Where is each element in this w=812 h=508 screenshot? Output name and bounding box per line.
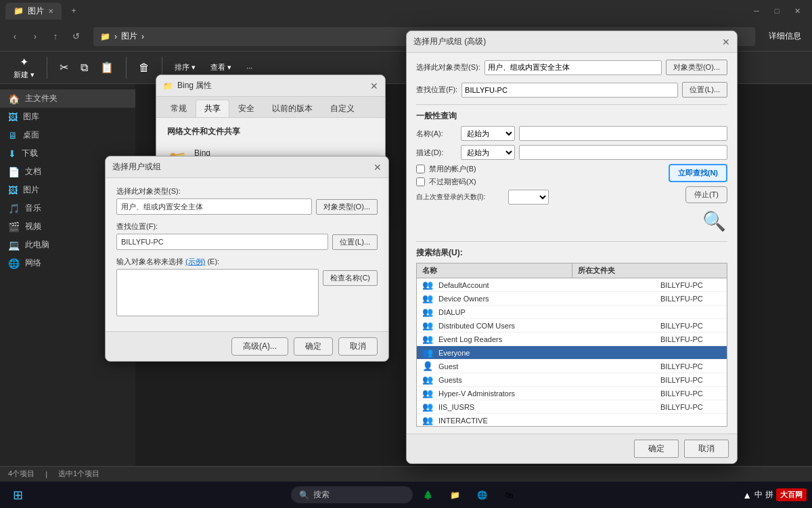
forward-btn[interactable]: › <box>26 27 45 46</box>
refresh-btn[interactable]: ↺ <box>66 27 85 46</box>
adv-results-label: 搜索结果(U): <box>416 247 727 259</box>
result-eventlogreaders[interactable]: 👥 Event Log Readers BILLYFU-PC <box>417 333 727 346</box>
check-name-btn[interactable]: 检查名称(C) <box>323 270 378 286</box>
select-user-cancel-btn[interactable]: 取消 <box>338 337 378 356</box>
select-user-titlebar[interactable]: 选择用户或组 ✕ <box>106 156 388 178</box>
back-btn[interactable]: ‹ <box>5 27 24 46</box>
taskbar-search[interactable]: 🔍 搜索 <box>291 486 413 503</box>
taskbar-store-btn[interactable]: 🛍 <box>497 483 521 507</box>
advanced-close[interactable]: ✕ <box>722 37 730 47</box>
minimize-btn[interactable]: ─ <box>747 1 766 20</box>
new-btn[interactable]: ✦ 新建 ▾ <box>8 53 40 83</box>
sidebar-item-gallery[interactable]: 🖼 图库 <box>0 108 135 126</box>
search-now-btn[interactable]: 立即查找(N) <box>669 164 727 182</box>
ime-pinyin[interactable]: 拼 <box>765 489 773 501</box>
start-btn[interactable]: ⊞ <box>5 483 30 507</box>
tab-sharing[interactable]: 共享 <box>196 100 229 117</box>
adv-name-input[interactable] <box>519 126 727 141</box>
edge-icon: 🌐 <box>477 490 487 500</box>
paste-icon: 📋 <box>100 61 114 74</box>
address-path: 图片 <box>121 30 137 42</box>
videos-icon: 🎬 <box>8 221 20 232</box>
adv-results-list[interactable]: 👥 DefaultAccount BILLYFU-PC 👥 Device Own… <box>416 278 727 427</box>
ime-zh[interactable]: 中 <box>754 489 763 501</box>
select-user-title: 选择用户或组 <box>112 161 161 173</box>
taskbar-edge-btn[interactable]: 🌐 <box>470 483 494 507</box>
taskbar-explorer-btn[interactable]: 🌲 <box>415 483 440 507</box>
more-btn[interactable]: ··· <box>241 61 258 75</box>
advanced-titlebar[interactable]: 选择用户或组 (高级) ✕ <box>407 31 737 53</box>
close-btn[interactable]: ✕ <box>788 1 807 20</box>
sidebar-label-network: 网络 <box>25 257 41 269</box>
result-hypervadmins[interactable]: 👥 Hyper-V Administrators BILLYFU-PC <box>417 387 727 400</box>
tab-security[interactable]: 安全 <box>229 100 263 117</box>
result-guests[interactable]: 👥 Guests BILLYFU-PC <box>417 373 727 387</box>
disabled-accounts-checkbox[interactable] <box>416 165 425 173</box>
sidebar-item-desktop[interactable]: 🖥 桌面 <box>0 126 135 144</box>
view-label: 查看 ▾ <box>210 62 231 72</box>
delete-btn[interactable]: 🗑 <box>133 59 155 77</box>
obj-type-label: 选择此对象类型(S): <box>116 186 378 196</box>
adv-desc-filter[interactable]: 起始为 <box>461 145 515 160</box>
details-btn[interactable]: 详细信息 <box>763 28 807 45</box>
paste-btn[interactable]: 📋 <box>95 58 119 77</box>
example-link[interactable]: (示例) <box>185 257 205 266</box>
tab-general[interactable]: 常规 <box>162 100 196 117</box>
tab-close-btn[interactable]: ✕ <box>48 7 53 15</box>
desktop-icon: 🖥 <box>8 130 18 141</box>
result-icon: 👤 <box>422 361 433 371</box>
active-tab[interactable]: 📁 图片 ✕ <box>5 3 62 20</box>
adv-desc-input[interactable] <box>519 145 727 160</box>
cut-btn[interactable]: ✂ <box>54 58 74 77</box>
maximize-btn[interactable]: □ <box>767 1 786 20</box>
obj-type-input[interactable] <box>116 198 312 215</box>
result-icon: 👥 <box>422 307 433 317</box>
advanced-ok-btn[interactable]: 确定 <box>634 440 679 458</box>
tab-title: 图片 <box>28 5 44 17</box>
result-guest[interactable]: 👤 Guest BILLYFU-PC <box>417 360 727 373</box>
result-dialup[interactable]: 👥 DIALUP <box>417 305 727 319</box>
sort-btn[interactable]: 排序 ▾ <box>169 60 201 75</box>
result-distributedcomusers[interactable]: 👥 Distributed COM Users BILLYFU-PC <box>417 319 727 333</box>
adv-days-select[interactable] <box>508 190 549 205</box>
result-defaultaccount[interactable]: 👥 DefaultAccount BILLYFU-PC <box>417 278 727 292</box>
advanced-cancel-btn[interactable]: 取消 <box>684 440 729 458</box>
result-deviceowners[interactable]: 👥 Device Owners BILLYFU-PC <box>417 292 727 305</box>
up-btn[interactable]: ↑ <box>46 27 65 46</box>
copy-btn[interactable]: ⧉ <box>75 59 93 77</box>
result-name: IIS_IUSRS <box>438 403 655 411</box>
select-user-ok-btn[interactable]: 确定 <box>294 337 333 356</box>
taskbar-center: 🔍 搜索 🌲 📁 🌐 🛍 <box>291 483 521 507</box>
result-iisiusrs[interactable]: 👥 IIS_IUSRS BILLYFU-PC <box>417 400 727 414</box>
select-user-close[interactable]: ✕ <box>374 162 382 173</box>
adv-name-filter[interactable]: 起始为 <box>461 126 515 141</box>
bing-properties-close[interactable]: ✕ <box>370 81 378 91</box>
view-btn[interactable]: 查看 ▾ <box>205 60 237 75</box>
tab-custom[interactable]: 自定义 <box>321 100 363 117</box>
adv-location-btn[interactable]: 位置(L)... <box>682 82 727 98</box>
adv-location-input[interactable] <box>461 83 678 98</box>
result-everyone[interactable]: 👥 Everyone <box>417 346 727 360</box>
no-expire-checkbox[interactable] <box>416 177 425 186</box>
new-tab-btn[interactable]: + <box>64 1 83 20</box>
tray-icons[interactable]: ▲ <box>742 490 752 501</box>
adv-obj-type-input[interactable] <box>484 60 662 75</box>
adv-divider-1 <box>416 104 727 105</box>
stop-btn[interactable]: 停止(T) <box>685 186 727 203</box>
adv-obj-type-btn[interactable]: 对象类型(O)... <box>666 60 727 75</box>
tab-previous-versions[interactable]: 以前的版本 <box>263 100 321 117</box>
result-interactive[interactable]: 👥 INTERACTIVE <box>417 414 727 427</box>
result-icon: 👥 <box>422 375 433 385</box>
taskbar-left: ⊞ <box>0 483 35 507</box>
bing-properties-titlebar[interactable]: 📁 Bing 属性 ✕ <box>156 75 385 97</box>
obj-type-btn[interactable]: 对象类型(O)... <box>316 199 378 215</box>
advanced-btn[interactable]: 高级(A)... <box>231 337 288 356</box>
brand-watermark: 大百网 <box>776 488 807 501</box>
name-textarea[interactable] <box>116 269 319 316</box>
location-input[interactable] <box>116 234 328 250</box>
taskbar-file-btn[interactable]: 📁 <box>443 483 467 507</box>
result-name: Hyper-V Administrators <box>438 389 655 398</box>
adv-obj-type-row: 选择此对象类型(S): 对象类型(O)... <box>416 60 727 75</box>
location-btn[interactable]: 位置(L)... <box>332 234 378 250</box>
sidebar-item-home[interactable]: 🏠 主文件夹 <box>0 89 135 108</box>
